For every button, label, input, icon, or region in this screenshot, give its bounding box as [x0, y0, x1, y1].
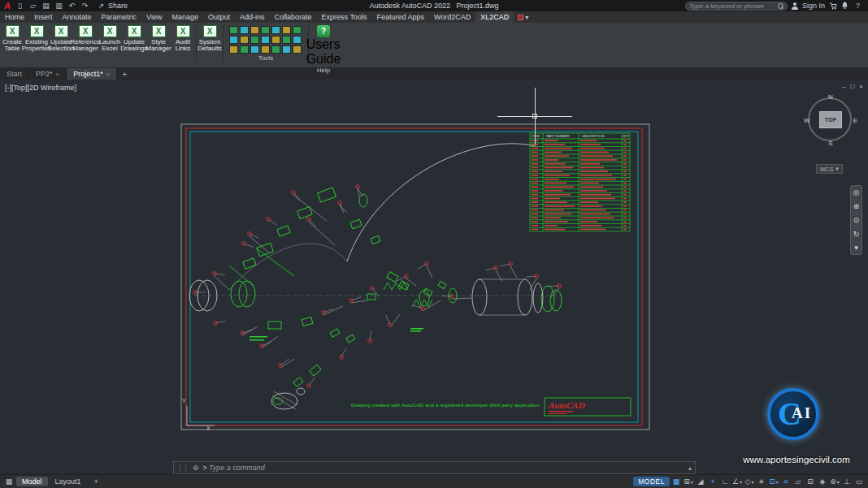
- tool-icon[interactable]: [250, 26, 259, 34]
- viewcube-south[interactable]: S: [828, 140, 832, 147]
- users-guide-button[interactable]: ? Users Guide: [310, 23, 337, 67]
- tab-manage[interactable]: Manage: [167, 11, 203, 23]
- autocad-logo[interactable]: A: [2, 2, 12, 11]
- viewport-controls[interactable]: [-][Top][2D Wireframe]: [5, 84, 76, 92]
- clean-screen-icon[interactable]: ▭: [853, 477, 865, 487]
- tab-insert[interactable]: Insert: [29, 11, 58, 23]
- tool-icon[interactable]: [261, 26, 270, 34]
- command-input[interactable]: [209, 464, 685, 472]
- new-drawing-tab-button[interactable]: +: [117, 68, 132, 80]
- help-group-label[interactable]: Help: [310, 67, 337, 75]
- tab-parametric[interactable]: Parametric: [97, 11, 142, 23]
- viewcube-west[interactable]: W: [804, 117, 810, 124]
- orbit-icon[interactable]: ↻: [853, 230, 860, 238]
- app-store-icon[interactable]: [829, 2, 837, 10]
- plot-icon[interactable]: ▥: [54, 1, 64, 11]
- layout1-tab[interactable]: Layout1: [50, 477, 87, 486]
- wcs-dropdown[interactable]: WCS ▾: [816, 164, 843, 174]
- tool-icon[interactable]: [250, 36, 259, 44]
- ribbon-display-toggle[interactable]: ▾: [514, 11, 532, 23]
- reference-manager-button[interactable]: X Reference Manager: [73, 23, 98, 67]
- file-tab-pp2[interactable]: PP2* ×: [29, 68, 67, 80]
- tool-icon[interactable]: [261, 45, 270, 54]
- selection-cycling-icon[interactable]: ⊟: [805, 477, 816, 487]
- drawing-area[interactable]: [-][Top][2D Wireframe] – □ × ITEM PART N…: [0, 80, 868, 474]
- search-field[interactable]: [685, 2, 788, 11]
- dynamic-input-icon[interactable]: +: [707, 477, 718, 487]
- tab-view[interactable]: View: [141, 11, 167, 23]
- command-history-icon[interactable]: ▴: [685, 464, 695, 472]
- layout-grid-icon[interactable]: ▦: [3, 477, 15, 487]
- tool-icon[interactable]: [282, 45, 291, 54]
- viewcube-east[interactable]: E: [853, 117, 857, 124]
- object-snap-icon[interactable]: ⊡▾: [768, 477, 779, 487]
- update-selection-button[interactable]: X Update Selection: [49, 23, 73, 67]
- polar-tracking-icon[interactable]: ∠▾: [731, 477, 743, 487]
- tool-icon[interactable]: [271, 45, 280, 54]
- new-file-icon[interactable]: ▯: [15, 1, 25, 11]
- restore-icon[interactable]: □: [850, 83, 854, 90]
- update-drawings-button[interactable]: X Update Drawings: [122, 23, 146, 67]
- tool-icon[interactable]: [293, 45, 302, 54]
- file-tab-start[interactable]: Start: [0, 68, 29, 80]
- file-tab-project1[interactable]: Project1* ×: [67, 68, 117, 80]
- tool-icon[interactable]: [229, 45, 238, 54]
- tool-icon[interactable]: [229, 26, 238, 34]
- chevron-down-icon[interactable]: ▾: [854, 244, 858, 252]
- undo-icon[interactable]: ↶: [67, 1, 77, 11]
- tool-icon[interactable]: [261, 36, 270, 44]
- grid-display-icon[interactable]: ▦: [671, 477, 682, 487]
- close-tab-icon[interactable]: ×: [56, 71, 60, 78]
- existing-properties-button[interactable]: X Existing Properties: [24, 23, 49, 67]
- new-layout-button[interactable]: +: [89, 477, 104, 486]
- isometric-drafting-icon[interactable]: ◇▾: [744, 477, 755, 487]
- tab-output[interactable]: Output: [203, 11, 235, 23]
- share-button[interactable]: ↗ Share: [96, 1, 128, 11]
- infer-constraints-icon[interactable]: ◢: [695, 477, 706, 487]
- model-paper-toggle[interactable]: MODEL: [633, 477, 670, 486]
- tab-annotate[interactable]: Annotate: [58, 11, 97, 23]
- help-icon[interactable]: ?: [853, 1, 863, 11]
- ortho-mode-icon[interactable]: ∟: [719, 477, 731, 487]
- zoom-icon[interactable]: ⊙: [853, 216, 860, 224]
- tab-express-tools[interactable]: Express Tools: [317, 11, 372, 23]
- drawing-canvas[interactable]: ITEM PART NUMBER DESCRIPTION QTY Drawing…: [180, 123, 650, 430]
- customize-icon[interactable]: ⊛: [190, 464, 202, 472]
- tool-icon[interactable]: [282, 36, 291, 44]
- navigation-bar[interactable]: ◎ ⊕ ⊙ ↻ ▾: [850, 185, 862, 255]
- tool-icon[interactable]: [240, 36, 249, 44]
- lock-ui-icon[interactable]: ⊥: [841, 477, 853, 487]
- tool-icon[interactable]: [240, 45, 249, 54]
- tab-xl2cad[interactable]: XL2CAD: [475, 11, 514, 23]
- close-tab-icon[interactable]: ×: [106, 71, 111, 78]
- snap-mode-icon[interactable]: ⊞▾: [683, 477, 694, 487]
- pan-icon[interactable]: ⊕: [853, 202, 860, 210]
- save-icon[interactable]: ▤: [41, 1, 51, 11]
- tab-word2cad[interactable]: Word2CAD: [429, 11, 475, 23]
- tool-icon[interactable]: [293, 26, 302, 34]
- system-defaults-button[interactable]: X System Defaults: [197, 23, 222, 67]
- drag-handle-icon[interactable]: ⋮⋮: [174, 464, 190, 472]
- viewcube[interactable]: N S W E TOP: [805, 94, 857, 146]
- tools-icon-grid[interactable]: [224, 23, 307, 54]
- viewcube-north[interactable]: N: [828, 93, 833, 101]
- notifications-bell-icon[interactable]: [841, 2, 848, 10]
- launch-excel-button[interactable]: X Launch Excel: [98, 23, 122, 67]
- object-snap-tracking-icon[interactable]: ∗: [756, 477, 767, 487]
- audit-links-button[interactable]: X Audit Links: [171, 23, 195, 67]
- transparency-icon[interactable]: ▱: [792, 477, 804, 487]
- close-icon[interactable]: ×: [859, 83, 863, 90]
- tab-featured-apps[interactable]: Featured Apps: [371, 11, 429, 23]
- tool-icon[interactable]: [293, 36, 302, 44]
- steering-wheel-icon[interactable]: ◎: [853, 188, 860, 196]
- sign-in-button[interactable]: Sign In: [802, 2, 825, 10]
- tool-icon[interactable]: [271, 26, 280, 34]
- tool-icon[interactable]: [282, 26, 291, 34]
- annotation-scale-icon[interactable]: ◈: [817, 477, 828, 487]
- redo-icon[interactable]: ↷: [80, 1, 90, 11]
- workspace-switching-icon[interactable]: ⊛▾: [829, 477, 840, 487]
- search-input[interactable]: [689, 2, 776, 10]
- tool-icon[interactable]: [240, 26, 249, 34]
- viewcube-top-face[interactable]: TOP: [819, 111, 842, 128]
- search-icon[interactable]: [778, 3, 783, 9]
